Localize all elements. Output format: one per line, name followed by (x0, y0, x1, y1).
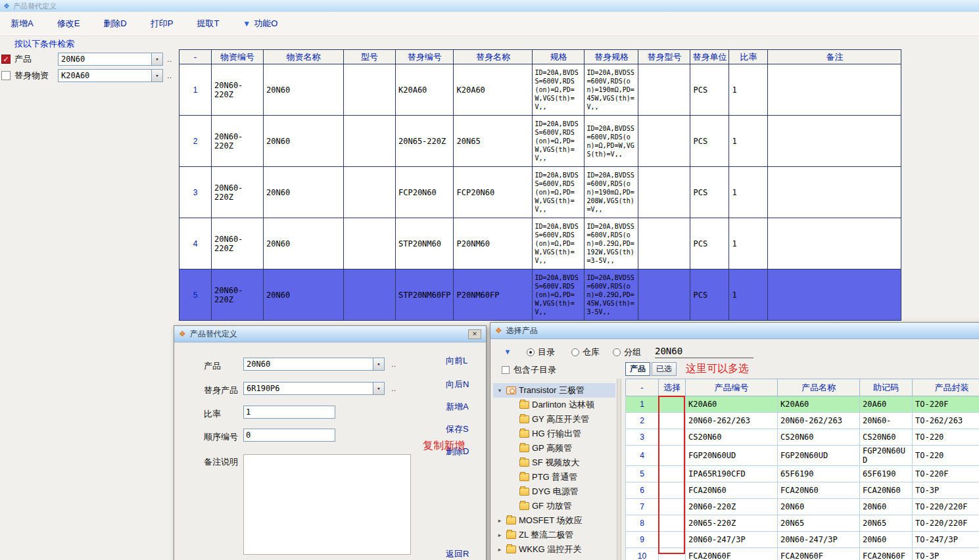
cell[interactable]: TO-262/263 (913, 413, 979, 429)
cell[interactable]: ID=20A,BVDSS=600V,RDS(on)=190mΩ,PD=45W,V… (585, 64, 638, 116)
tree-item[interactable]: GF 功放管 (493, 499, 615, 513)
cell[interactable]: 20N60-262/263 (686, 413, 778, 429)
radio-warehouse[interactable]: 仓库 (571, 346, 600, 358)
menu-edit[interactable]: 修改E (57, 18, 80, 30)
close-icon[interactable]: ✕ (468, 329, 481, 339)
cell[interactable]: FGP20N60UD (778, 446, 860, 466)
cell[interactable]: 20N60-262/263 (778, 413, 860, 429)
radio-catalog[interactable]: 目录 (527, 346, 555, 358)
cell[interactable]: 20N60-220Z (686, 499, 778, 515)
cell[interactable]: 20N60-247/3P (686, 532, 778, 548)
tree-item[interactable]: ▸WKKG 温控开关 (493, 542, 615, 557)
cell[interactable]: 20N60-220Z (212, 269, 264, 321)
picker-row[interactable]: 820N65-220Z20N6520N65TO-220/220F (626, 515, 979, 532)
substitution-row[interactable]: 420N60-220Z20N60STP20NM60P20NM60ID=20A,B… (179, 218, 901, 269)
cell[interactable] (659, 532, 686, 548)
picker-search-input[interactable] (655, 344, 753, 358)
cell[interactable]: 1 (729, 269, 768, 321)
field-substitute-combobox[interactable]: 6R190P6 ▾ (243, 382, 385, 395)
cell[interactable] (638, 218, 690, 269)
cell[interactable]: ID=20A,BVDSS=600V,RDS(on)=Ω,PD=W,VGS(th)… (533, 167, 585, 218)
substitute-more-button[interactable]: ‥ (167, 72, 172, 80)
cell[interactable]: 65F6190 (860, 466, 913, 482)
cell[interactable] (344, 116, 396, 167)
cell[interactable]: TO-220F (913, 396, 979, 413)
chevron-down-icon[interactable]: ▾ (373, 383, 384, 394)
cell[interactable]: 4 (626, 446, 659, 466)
back-button[interactable]: 返回R (446, 548, 469, 560)
substitute-combobox[interactable]: K20A60 ▾ (58, 69, 163, 82)
cell[interactable]: 3 (179, 167, 212, 218)
cell[interactable]: 20N60-220Z (212, 218, 264, 269)
cell[interactable]: 1 (729, 218, 768, 269)
substitution-row[interactable]: 520N60-220Z20N60STP20NM60FPP20NM60FPID=2… (179, 269, 901, 321)
picker-row[interactable]: 920N60-247/3P20N60-247/3P20N60TO-247/3P (626, 532, 979, 548)
cell[interactable]: TO-220/220F (913, 515, 979, 532)
menu-function-group[interactable]: ▼ 功能O (243, 18, 277, 30)
picker-row[interactable]: 4FGP20N60UDFGP20N60UDFGP20N60UDTO-220 (626, 446, 979, 466)
prev-button[interactable]: 向前L (446, 355, 467, 367)
tree-item[interactable]: ▸ZL 整流二极管 (493, 528, 615, 542)
cell[interactable]: 20N60 (264, 218, 344, 269)
menu-delete[interactable]: 删除D (103, 18, 126, 30)
tree-item[interactable]: SF 视频放大 (493, 455, 615, 470)
cell[interactable]: FCA20N60F (860, 548, 913, 560)
cell[interactable] (659, 548, 686, 560)
product-more-button[interactable]: ‥ (167, 55, 172, 64)
cell[interactable] (768, 269, 901, 321)
cell[interactable]: FCA20N60F (778, 548, 860, 560)
cell[interactable]: P20NM60 (454, 218, 533, 269)
cell[interactable]: 20N60 (860, 499, 913, 515)
chevron-down-icon[interactable]: ▾ (151, 70, 162, 82)
cell[interactable] (638, 167, 690, 218)
cell[interactable]: 20N60-220Z (212, 116, 264, 167)
expand-icon[interactable]: ▸ (496, 517, 504, 524)
cell[interactable]: PCS (690, 167, 729, 218)
cell[interactable]: 10 (626, 548, 659, 560)
cell[interactable]: 1 (729, 116, 768, 167)
tree-table-splitter[interactable] (617, 379, 621, 560)
cell[interactable]: TO-220 (913, 429, 979, 446)
menu-function[interactable]: 功能O (254, 18, 277, 30)
tree-item[interactable]: DYG 电源管 (493, 484, 615, 499)
cell[interactable]: TO-220 (913, 446, 979, 466)
chevron-down-icon[interactable]: ▾ (151, 53, 162, 65)
cell[interactable]: 20N60 (264, 167, 344, 218)
save-button[interactable]: 保存S (446, 423, 469, 435)
cell[interactable]: 2 (179, 116, 212, 167)
cell[interactable]: 20N60 (264, 64, 344, 116)
cell[interactable]: ID=20A,BVDSS=600V,RDS(on)=0.29Ω,PD=192W,… (585, 218, 638, 269)
picker-row[interactable]: 720N60-220Z20N6020N60TO-220/220F (626, 499, 979, 515)
cell[interactable]: 20N65-220Z (396, 116, 454, 167)
cell[interactable]: ID=20A,BVDSS=600V,RDS(on)=190mΩ,PD=208W,… (585, 167, 638, 218)
cell[interactable]: 20N65-220Z (686, 515, 778, 532)
cell[interactable]: ID=20A,BVDSS=600V,RDS(on)=Ω,PD=W,VGS(th)… (533, 64, 585, 116)
cell[interactable]: FCA20N60F (686, 548, 778, 560)
picker-row[interactable]: 1K20A60K20A6020A60TO-220F (626, 396, 979, 413)
cell[interactable]: IPA65R190CFD (686, 466, 778, 482)
cell[interactable]: 1 (729, 64, 768, 116)
cell[interactable]: 20N60-220Z (212, 64, 264, 116)
include-subdir-row[interactable]: 包含子目录 (502, 364, 556, 376)
cell[interactable] (659, 466, 686, 482)
tree-item[interactable]: Darlinton 达林顿 (493, 398, 615, 412)
cell[interactable]: STP20NM60 (396, 218, 454, 269)
cell[interactable]: TO-247/3P (913, 532, 979, 548)
cell[interactable]: FCA20N60 (686, 482, 778, 499)
cell[interactable]: 7 (626, 499, 659, 515)
cell[interactable]: PCS (690, 218, 729, 269)
tree-item[interactable]: ▸MOSFET 场效应 (493, 513, 615, 528)
cell[interactable]: 5 (626, 466, 659, 482)
field-product-combobox[interactable]: 20N60 ▾ (243, 358, 385, 371)
cell[interactable]: P20NM60FP (454, 269, 533, 321)
cell[interactable]: 1 (626, 396, 659, 413)
picker-row[interactable]: 5IPA65R190CFD65F619065F6190TO-220F (626, 466, 979, 482)
tree-item[interactable]: GY 高压开关管 (493, 412, 615, 427)
collapse-icon[interactable]: ▾ (496, 387, 504, 394)
next-button[interactable]: 向后N (446, 379, 469, 390)
radio-warehouse-icon[interactable] (571, 348, 579, 356)
cell[interactable]: 8 (626, 515, 659, 532)
cell[interactable] (659, 515, 686, 532)
tree-item[interactable]: ▾Transistor 三极管 (493, 383, 615, 398)
cell[interactable]: TO-3P (913, 482, 979, 499)
